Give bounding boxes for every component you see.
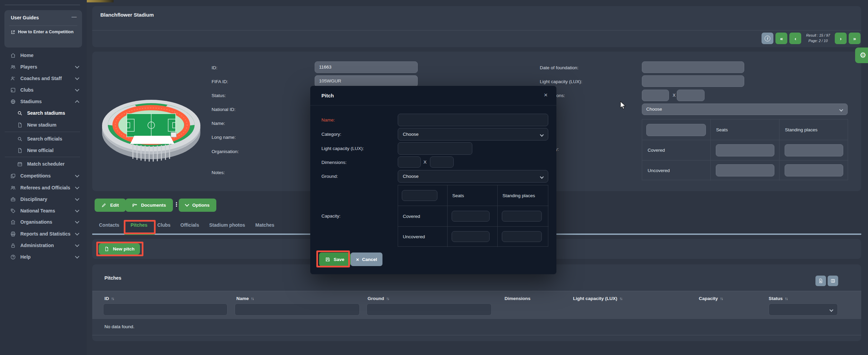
date-of-foundation-input[interactable] xyxy=(642,61,744,73)
uncovered-row-label: Uncovered xyxy=(398,227,448,247)
pencil-icon xyxy=(101,203,106,208)
column-header-name[interactable]: Name↑↓ xyxy=(236,296,254,301)
user-guides-link[interactable]: How to Enter a Competition xyxy=(11,29,78,36)
pagination: i « ‹ Result : 15 / 97 Page: 2 / 10 › » xyxy=(762,33,861,44)
tab-clubs[interactable]: Clubs xyxy=(157,222,171,228)
sidebar-item-referees-and-officials[interactable]: Referees and Officials xyxy=(0,182,87,193)
standing-column-header: Standing places xyxy=(498,185,549,206)
pitch-category-select[interactable]: Choose xyxy=(398,128,548,141)
uncovered-seats-input[interactable] xyxy=(452,231,490,242)
edit-button[interactable]: Edit xyxy=(95,199,126,212)
tab-matches[interactable]: Matches xyxy=(255,222,274,228)
pitch-name-label: Name: xyxy=(321,117,335,123)
column-header-light-capacity[interactable]: Light capacity (LUX)↑↓ xyxy=(573,296,622,301)
tab-stadium-photos[interactable]: Stadium photos xyxy=(209,222,245,228)
column-settings-button[interactable] xyxy=(828,276,838,286)
tab-officials[interactable]: Officials xyxy=(180,222,199,228)
sidebar-item-stadiums[interactable]: Stadiums xyxy=(0,96,87,107)
covered-standing-cell xyxy=(780,140,848,161)
sidebar-item-new-official[interactable]: New official xyxy=(0,145,87,156)
next-page-button[interactable]: › xyxy=(835,33,847,44)
ground-filter-input[interactable] xyxy=(367,303,492,316)
dimension-length-input[interactable] xyxy=(642,90,669,101)
prev-page-button[interactable]: ‹ xyxy=(789,33,801,44)
last-page-button[interactable]: » xyxy=(849,33,861,44)
sidebar-item-home[interactable]: Home xyxy=(0,50,87,61)
save-button[interactable]: Save xyxy=(319,253,351,266)
user-icon xyxy=(10,76,16,81)
column-header-ground[interactable]: Ground↑↓ xyxy=(368,296,389,301)
column-header-capacity[interactable]: Capacity↑↓ xyxy=(699,296,723,301)
uncovered-seats-input[interactable] xyxy=(716,164,774,176)
covered-standing-input[interactable] xyxy=(785,144,843,156)
options-button[interactable]: Options xyxy=(179,199,216,212)
uncovered-standing-input[interactable] xyxy=(502,231,542,242)
pitch-light-capacity-input[interactable] xyxy=(398,142,472,155)
first-page-button[interactable]: « xyxy=(775,33,787,44)
column-header-dimensions: Dimensions xyxy=(505,296,531,301)
external-link-icon xyxy=(11,30,15,36)
chevron-down-icon xyxy=(75,64,79,69)
users-icon xyxy=(10,64,16,70)
sidebar-item-help[interactable]: Help xyxy=(0,251,87,263)
sidebar-item-search-officials[interactable]: Search officials xyxy=(0,133,87,145)
bank-icon xyxy=(10,219,16,225)
sidebar-item-competitions[interactable]: Competitions xyxy=(0,170,87,182)
ground-select[interactable]: Choose xyxy=(642,104,848,115)
column-header-id[interactable]: ID↑↓ xyxy=(104,296,114,301)
sidebar-item-national-teams[interactable]: National Teams xyxy=(0,205,87,217)
column-header-status[interactable]: Status↑↓ xyxy=(769,296,787,301)
uncovered-standing-input[interactable] xyxy=(785,164,843,176)
sidebar-item-disciplinary[interactable]: Disciplinary xyxy=(0,193,87,205)
fifa-id-label: FIFA ID: xyxy=(212,79,228,84)
status-filter-select[interactable] xyxy=(769,303,838,316)
dimension-width-input[interactable] xyxy=(677,90,705,101)
sidebar-item-clubs[interactable]: Clubs xyxy=(0,84,87,96)
id-filter-input[interactable] xyxy=(103,303,228,316)
globe-icon xyxy=(10,99,16,105)
sidebar-item-coaches-and-staff[interactable]: Coaches and Staff xyxy=(0,73,87,84)
sidebar-item-new-stadium[interactable]: New stadium xyxy=(0,119,87,131)
chevron-up-icon xyxy=(75,100,79,105)
dimensions-separator: X xyxy=(423,160,427,165)
tab-contacts[interactable]: Contacts xyxy=(99,222,119,228)
covered-standing-input[interactable] xyxy=(502,211,542,222)
sidebar-item-players[interactable]: Players xyxy=(0,61,87,73)
sidebar-item-match-scheduler[interactable]: Match scheduler xyxy=(0,158,87,170)
sidebar-item-search-stadiums[interactable]: Search stadiums xyxy=(0,107,87,119)
covered-seats-input[interactable] xyxy=(716,144,774,156)
chevron-down-icon xyxy=(185,202,189,207)
close-icon[interactable]: × xyxy=(544,91,548,99)
pitch-ground-select[interactable]: Choose xyxy=(398,170,548,183)
calendar-icon xyxy=(17,161,23,167)
settings-gear-button[interactable]: ⚙ xyxy=(855,48,868,63)
capacity-row-label-input[interactable] xyxy=(646,124,706,136)
covered-seats-cell xyxy=(711,140,780,161)
documents-button[interactable]: Documents xyxy=(125,199,173,212)
home-icon xyxy=(10,53,16,58)
sort-icon: ↑↓ xyxy=(386,296,389,301)
pitch-dimension-length-input[interactable] xyxy=(398,156,421,168)
folder-icon xyxy=(132,203,137,208)
sidebar-item-administration[interactable]: Administration xyxy=(0,240,87,251)
pitch-dimension-width-input[interactable] xyxy=(430,156,454,168)
fifa-id-input[interactable]: 105WGUR xyxy=(315,75,418,87)
covered-seats-input[interactable] xyxy=(452,211,490,222)
cancel-button[interactable]: × Cancel xyxy=(351,253,382,266)
divider xyxy=(5,157,80,157)
tab-pitches[interactable]: Pitches xyxy=(131,222,147,228)
minimize-icon[interactable]: — xyxy=(72,14,77,19)
info-button[interactable]: i xyxy=(762,33,773,44)
sidebar-item-reports-and-statistics[interactable]: Reports and Statistics xyxy=(0,228,87,240)
sidebar-item-organisations[interactable]: Organisations xyxy=(0,216,87,228)
export-excel-button[interactable] xyxy=(815,276,826,286)
user-guides-card: User Guides — How to Enter a Competition xyxy=(4,10,82,48)
pitch-name-input[interactable] xyxy=(398,114,548,126)
sidebar: User Guides — How to Enter a Competition… xyxy=(0,0,87,355)
name-filter-input[interactable] xyxy=(235,303,360,316)
new-pitch-button[interactable]: New pitch xyxy=(99,243,140,255)
id-input[interactable]: 11663 xyxy=(315,61,418,73)
lock-icon xyxy=(10,243,16,248)
light-capacity-input[interactable] xyxy=(642,75,744,87)
capacity-row-label-input[interactable] xyxy=(402,190,437,201)
